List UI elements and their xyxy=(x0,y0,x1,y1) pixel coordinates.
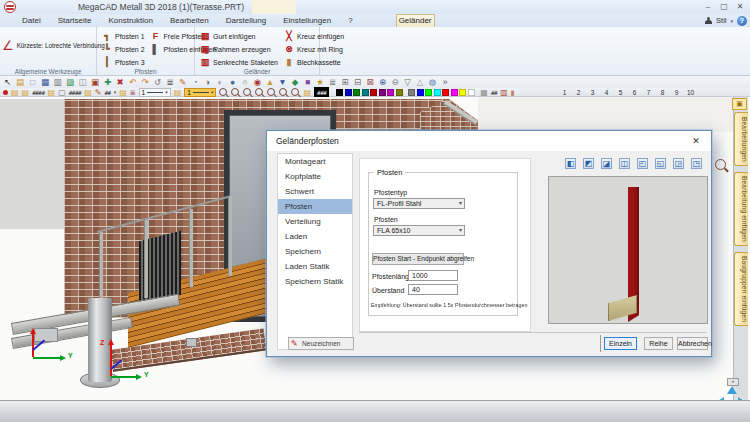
dialog-nav-verteilung[interactable]: Verteilung xyxy=(278,214,352,229)
linewidth-selector[interactable]: 1 ▾ xyxy=(184,88,216,97)
grid-size-9[interactable]: 9 xyxy=(670,89,684,96)
reihe-button[interactable]: Reihe xyxy=(644,337,673,350)
edit-sheet-icon[interactable]: ▣ xyxy=(90,77,101,88)
shade-left-icon[interactable]: ◐ xyxy=(215,77,226,88)
layer-value[interactable]: #### xyxy=(32,88,44,97)
linetype-icon[interactable]: ≣ xyxy=(130,88,136,97)
group-icon[interactable]: ▤ xyxy=(48,88,56,97)
ueberstand-input[interactable] xyxy=(408,284,458,295)
view-orientation-icon[interactable]: ◰ xyxy=(637,158,648,169)
megacad-logo-icon[interactable] xyxy=(4,1,16,13)
ribbon-button[interactable]: ┓Pfosten 1 xyxy=(100,30,147,43)
view-orientation-icon[interactable]: ◫ xyxy=(619,158,630,169)
einzeln-button[interactable]: Einzeln xyxy=(604,337,637,350)
pen-style-icon[interactable]: ✎ xyxy=(95,88,102,97)
menu-tab-konstruktion[interactable]: Konstruktion xyxy=(106,15,154,27)
pfostentyp-select[interactable]: FL-Profil Stahl xyxy=(373,198,465,209)
dialog-nav-kopfplatte[interactable]: Kopfplatte xyxy=(278,169,352,184)
diamond-icon[interactable]: ◆ xyxy=(290,77,301,88)
menu-tab-datei[interactable]: Datei xyxy=(20,15,43,27)
pen-layer-icon[interactable]: ▤ xyxy=(84,88,92,97)
pen-caret-icon[interactable]: ▾ xyxy=(114,88,117,97)
menu-tab-einstellungen[interactable]: Einstellungen xyxy=(281,15,333,27)
hatch-style-icon[interactable]: ▥ xyxy=(500,88,508,97)
target-icon[interactable]: ◉ xyxy=(252,77,263,88)
grid-size-1[interactable]: 1 xyxy=(558,89,572,96)
color-swatch[interactable] xyxy=(336,89,343,96)
sidetab-baugruppen-einfuegen[interactable]: Baugruppen einfügen xyxy=(734,252,748,326)
grid-size-3[interactable]: 3 xyxy=(586,89,600,96)
grid-size-4[interactable]: 4 xyxy=(600,89,614,96)
close-button[interactable]: ✕ xyxy=(732,0,748,13)
add-icon[interactable]: ✚ xyxy=(102,77,113,88)
open-folder-icon[interactable]: ▤ xyxy=(15,77,26,88)
lens-icon[interactable]: ◍ xyxy=(427,77,438,88)
image-icon[interactable]: ▦ xyxy=(480,88,488,97)
ribbon-button[interactable]: ╳Kreuz einfügen xyxy=(282,30,346,43)
import-icon[interactable]: ▨ xyxy=(65,77,76,88)
zoom-tool-icon[interactable] xyxy=(291,88,299,96)
maximize-button[interactable]: ▢ xyxy=(716,0,732,13)
color-swatch[interactable] xyxy=(417,89,424,96)
grid-size-6[interactable]: 6 xyxy=(628,89,642,96)
grid-size-5[interactable]: 5 xyxy=(614,89,628,96)
color-swatch[interactable] xyxy=(387,89,394,96)
grid-size-7[interactable]: 7 xyxy=(642,89,656,96)
stil-dropdown[interactable]: Stil xyxy=(716,16,726,25)
pick-endpoint-button[interactable]: Pfosten Start - Endpunkt abgreifen xyxy=(372,253,464,265)
pfosten-select[interactable]: FLA 65x10 xyxy=(373,225,465,236)
pen-icon[interactable]: ✎ xyxy=(177,77,188,88)
layer-page-icon[interactable]: ▤ xyxy=(22,88,30,97)
color-swatch[interactable] xyxy=(353,89,360,96)
view-orientation-icon[interactable]: ◳ xyxy=(691,158,702,169)
new-file-icon[interactable]: □ xyxy=(27,77,38,88)
circle-minus-icon[interactable]: ⊖ xyxy=(390,77,401,88)
view-orientation-icon[interactable]: ◱ xyxy=(655,158,666,169)
dialog-nav-speichern[interactable]: Speichern xyxy=(278,244,352,259)
user-icon[interactable] xyxy=(705,17,712,25)
group-value[interactable]: #### xyxy=(69,88,81,97)
circle-plus-icon[interactable]: ⊕ xyxy=(377,77,388,88)
grid-size-2[interactable]: 2 xyxy=(572,89,586,96)
color-swatch[interactable] xyxy=(370,89,377,96)
menu-tab-startseite[interactable]: Startseite xyxy=(56,15,94,27)
circle-icon[interactable]: ○ xyxy=(240,77,251,88)
color-swatch[interactable] xyxy=(459,89,466,96)
color-swatch[interactable] xyxy=(379,89,386,96)
page-icon[interactable]: ▢ xyxy=(58,88,66,97)
sidetab-bearbeitung-einfuegen[interactable]: Bearbeitung einfügen xyxy=(734,172,748,246)
grid-size-10[interactable]: 10 xyxy=(684,89,698,96)
side-panel-icon[interactable]: ▣ xyxy=(732,98,747,110)
refresh-icon[interactable]: ↺ xyxy=(152,77,163,88)
layer-icon[interactable]: ▤ xyxy=(11,88,19,97)
zoom-tool-icon[interactable] xyxy=(219,88,227,96)
scrollbar-menu-button[interactable]: ▾ xyxy=(727,378,739,386)
block-icon[interactable]: ■ xyxy=(302,77,313,88)
zoom-tool-icon[interactable] xyxy=(279,88,287,96)
redraw-button[interactable]: ✎ Neuzeichnen xyxy=(288,337,354,350)
dialog-nav-pfosten[interactable]: Pfosten xyxy=(278,199,352,214)
list-icon[interactable]: ≣ xyxy=(165,77,176,88)
sphere-icon[interactable]: ● xyxy=(227,77,238,88)
linetype-layer-icon[interactable]: ▤ xyxy=(119,88,127,97)
zoom-tool-icon[interactable] xyxy=(267,88,275,96)
minimize-button[interactable]: – xyxy=(700,0,716,13)
grid-minus-icon[interactable]: ⊟ xyxy=(352,77,363,88)
menu-tab-gelnder[interactable]: Geländer xyxy=(396,14,435,27)
view-orientation-icon[interactable]: ◧ xyxy=(565,158,576,169)
ribbon-button[interactable]: ⊗Kreuz mit Ring xyxy=(282,43,346,56)
linewidth-layer-icon[interactable]: ▤ xyxy=(174,88,182,97)
dialog-nav-speichern-statik[interactable]: Speichern Statik xyxy=(278,274,352,289)
tri-down-icon[interactable]: ▽ xyxy=(402,77,413,88)
undo-icon[interactable]: ↶ xyxy=(127,77,138,88)
color-swatch[interactable] xyxy=(468,89,475,96)
menu-tab-darstellung[interactable]: Darstellung xyxy=(224,15,268,27)
zoom-tool-icon[interactable] xyxy=(231,88,239,96)
dialog-nav-laden-statik[interactable]: Laden Statik xyxy=(278,259,352,274)
menu-tab-bearbeiten[interactable]: Bearbeiten xyxy=(168,15,211,27)
view-orientation-icon[interactable]: ◲ xyxy=(673,158,684,169)
dialog-nav-laden[interactable]: Laden xyxy=(278,229,352,244)
up-icon[interactable]: ▲ xyxy=(265,77,276,88)
color-swatch[interactable] xyxy=(362,89,369,96)
dialog-nav-schwert[interactable]: Schwert xyxy=(278,184,352,199)
